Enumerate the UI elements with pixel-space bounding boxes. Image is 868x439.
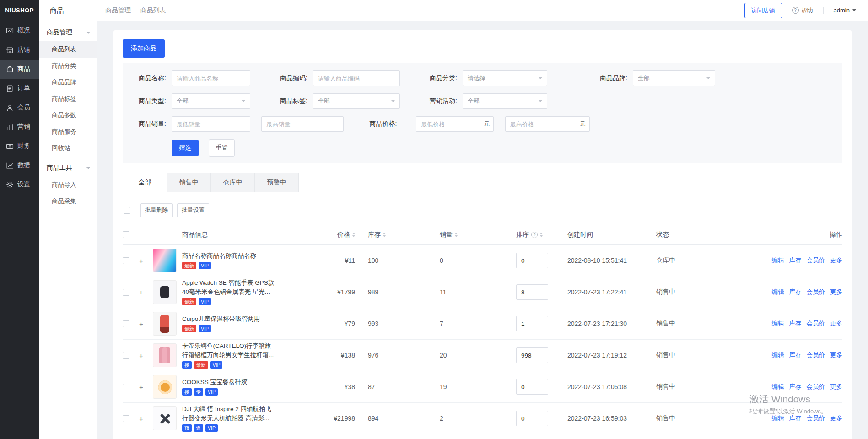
breadcrumb-parent[interactable]: 商品管理 (105, 6, 131, 15)
sidebar-item-shop[interactable]: 店铺 (0, 40, 39, 60)
yuan-suffix: 元 (484, 120, 490, 128)
row-expand-toggle[interactable]: + (139, 320, 153, 328)
stock-link[interactable]: 库存 (789, 383, 802, 391)
tab-on-sale[interactable]: 销售中 (167, 173, 211, 192)
select-all-checkbox[interactable] (123, 231, 129, 238)
row-checkbox[interactable] (123, 320, 129, 327)
more-link[interactable]: 更多 (830, 256, 842, 265)
member-price-link[interactable]: 会员价 (807, 288, 825, 296)
row-expand-toggle[interactable]: + (139, 288, 153, 296)
more-link[interactable]: 更多 (830, 288, 842, 296)
edit-link[interactable]: 编辑 (772, 320, 784, 328)
column-header-sales[interactable]: 销量 (426, 231, 501, 239)
edit-link[interactable]: 编辑 (772, 256, 784, 265)
sidebar-item-finance[interactable]: 财务 (0, 136, 39, 156)
tab-all[interactable]: 全部 (123, 173, 167, 192)
price-min-input[interactable] (416, 116, 494, 132)
user-menu[interactable]: admin (834, 7, 856, 14)
sidebar-item-overview[interactable]: 概况 (0, 21, 39, 40)
sort-input[interactable] (516, 316, 548, 331)
sidebar-item-orders[interactable]: 订单 (0, 79, 39, 98)
submenu-item-recycle-bin[interactable]: 回收站 (39, 140, 97, 157)
submenu-item-goods-service[interactable]: 商品服务 (39, 124, 97, 140)
row-expand-toggle[interactable]: + (139, 352, 153, 359)
member-price-link[interactable]: 会员价 (807, 320, 825, 328)
submenu-group-goods-tools[interactable]: 商品工具 (39, 159, 97, 177)
sort-input[interactable] (516, 411, 548, 426)
help-button[interactable]: ? 帮助 (792, 6, 813, 15)
row-checkbox[interactable] (123, 384, 129, 390)
tag-select[interactable]: 全部 (313, 93, 400, 109)
column-header-stock[interactable]: 库存 (355, 231, 426, 239)
row-expand-toggle[interactable]: + (139, 415, 153, 423)
submenu-item-goods-list[interactable]: 商品列表 (39, 41, 97, 58)
type-select[interactable]: 全部 (172, 93, 250, 109)
edit-link[interactable]: 编辑 (772, 414, 784, 423)
sort-input[interactable] (516, 284, 548, 300)
sort-input[interactable] (516, 347, 548, 363)
member-price-link[interactable]: 会员价 (807, 256, 825, 265)
member-icon (6, 104, 14, 112)
sidebar-item-settings[interactable]: 设置 (0, 175, 39, 194)
stock-link[interactable]: 库存 (789, 288, 802, 296)
member-price-link[interactable]: 会员价 (807, 351, 825, 359)
sidebar-item-marketing[interactable]: 营销 (0, 117, 39, 136)
bulk-delete-button[interactable]: 批量删除 (140, 203, 173, 217)
price-max-input[interactable] (505, 116, 590, 132)
brand-select[interactable]: 全部 (633, 70, 715, 86)
member-price-link[interactable]: 会员价 (807, 383, 825, 391)
select-all-checkbox[interactable] (124, 207, 130, 214)
submenu-group-goods-manage[interactable]: 商品管理 (39, 24, 97, 41)
order-icon (6, 85, 14, 92)
submenu-item-goods-params[interactable]: 商品参数 (39, 107, 97, 124)
submenu-item-goods-collect[interactable]: 商品采集 (39, 193, 97, 210)
bulk-set-button[interactable]: 批量设置 (177, 203, 209, 217)
sidebar-item-label: 店铺 (17, 46, 30, 54)
sidebar-item-data[interactable]: 数据 (0, 156, 39, 175)
submenu-item-goods-brand[interactable]: 商品品牌 (39, 74, 97, 91)
stock-link[interactable]: 库存 (789, 414, 802, 423)
edit-link[interactable]: 编辑 (772, 351, 784, 359)
topbar-divider (823, 7, 824, 14)
row-checkbox[interactable] (123, 415, 129, 422)
row-expand-toggle[interactable]: + (139, 383, 153, 391)
add-product-button[interactable]: 添加商品 (123, 39, 165, 58)
more-link[interactable]: 更多 (830, 351, 842, 359)
row-expand-toggle[interactable]: + (139, 257, 153, 265)
stock-link[interactable]: 库存 (789, 320, 802, 328)
more-link[interactable]: 更多 (830, 414, 842, 423)
sidebar-item-goods[interactable]: 商品 (0, 60, 39, 79)
column-header-sort[interactable]: 排序 ? (501, 231, 559, 239)
sort-input[interactable] (516, 253, 548, 268)
more-link[interactable]: 更多 (830, 320, 842, 328)
edit-link[interactable]: 编辑 (772, 383, 784, 391)
submenu-item-goods-import[interactable]: 商品导入 (39, 177, 97, 193)
visit-shop-button[interactable]: 访问店铺 (744, 3, 782, 18)
filter-reset-button[interactable]: 重置 (209, 139, 235, 157)
product-name-input[interactable] (172, 70, 250, 86)
stock-link[interactable]: 库存 (789, 351, 802, 359)
category-select[interactable]: 请选择 (463, 70, 547, 86)
topbar: 商品管理 - 商品列表 访问店铺 ? 帮助 admin (97, 0, 868, 21)
row-checkbox[interactable] (123, 352, 129, 359)
row-checkbox[interactable] (123, 257, 129, 264)
submenu-item-goods-category[interactable]: 商品分类 (39, 58, 97, 74)
member-price-link[interactable]: 会员价 (807, 414, 825, 423)
tab-alert[interactable]: 预警中 (254, 173, 299, 192)
main-area: 商品管理 - 商品列表 访问店铺 ? 帮助 admin 添加商品 (97, 0, 868, 439)
edit-link[interactable]: 编辑 (772, 288, 784, 296)
submenu-item-goods-label[interactable]: 商品标签 (39, 91, 97, 107)
column-label: 库存 (368, 231, 381, 239)
tab-in-warehouse[interactable]: 仓库中 (210, 173, 255, 192)
sales-max-input[interactable] (261, 116, 344, 132)
more-link[interactable]: 更多 (830, 383, 842, 391)
sales-min-input[interactable] (172, 116, 250, 132)
sort-input[interactable] (516, 379, 548, 395)
row-checkbox[interactable] (123, 289, 129, 296)
stock-link[interactable]: 库存 (789, 256, 802, 265)
sidebar-item-members[interactable]: 会员 (0, 98, 39, 117)
filter-submit-button[interactable]: 筛选 (172, 140, 199, 156)
product-code-input[interactable] (313, 70, 400, 86)
column-header-price[interactable]: 价格 (314, 231, 355, 239)
activity-select[interactable]: 全部 (463, 93, 547, 109)
